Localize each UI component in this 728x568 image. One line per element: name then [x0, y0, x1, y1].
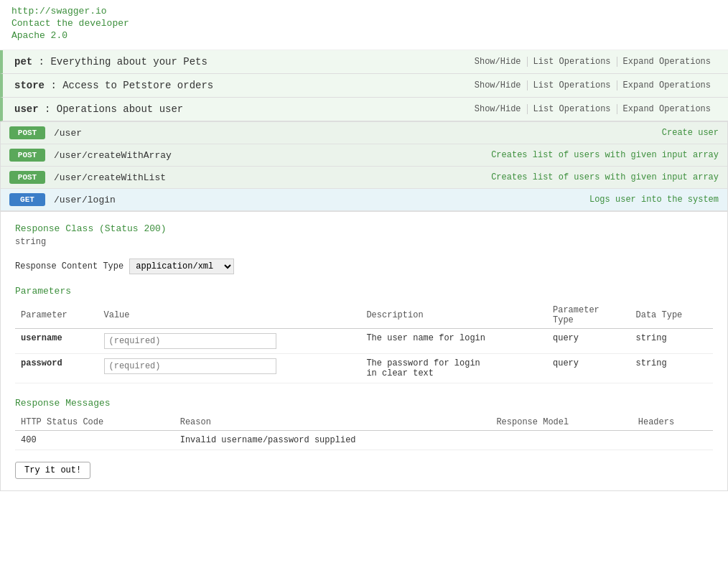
desc-user: Create user [662, 128, 719, 138]
col-headers: Headers [633, 414, 713, 431]
param-datatype-username: string [630, 329, 713, 354]
param-name-username: username [15, 329, 98, 354]
user-expand-operations[interactable]: Expand Operations [617, 104, 717, 114]
operation-post-create-array[interactable]: POST /user/createWithArray Creates list … [1, 144, 727, 167]
col-data-type: Data Type [630, 302, 713, 329]
license-link[interactable]: Apache 2.0 [11, 30, 717, 41]
password-desc-line1: The password for login [366, 358, 480, 368]
pet-section-title: pet : Everything about your Pets [14, 56, 469, 67]
user-list-operations[interactable]: List Operations [527, 104, 617, 114]
user-title-rest: : Operations about user [39, 103, 184, 115]
reason-400: Invalid username/password supplied [174, 431, 491, 450]
param-row-password: password The password for login in clear… [15, 354, 713, 383]
user-show-hide[interactable]: Show/Hide [469, 104, 527, 114]
param-desc-password: The password for login in clear text [360, 354, 547, 383]
pet-expand-operations[interactable]: Expand Operations [617, 57, 717, 67]
get-badge-login: GET [9, 193, 45, 206]
content-type-row: Response Content Type application/xml ap… [15, 259, 713, 274]
path-create-list: /user/createWithList [54, 172, 491, 183]
operation-get-login[interactable]: GET /user/login Logs user into the syste… [1, 189, 727, 211]
col-parameter: Parameter [15, 302, 98, 329]
user-operations-container: POST /user Create user POST /user/create… [0, 121, 728, 212]
operation-post-user[interactable]: POST /user Create user [1, 122, 727, 144]
response-row-400: 400 Invalid username/password supplied [15, 431, 713, 450]
model-400 [490, 431, 632, 450]
headers-400 [633, 431, 713, 450]
pet-title-bold: pet [14, 56, 32, 67]
response-messages-title: Response Messages [15, 398, 713, 409]
desc-create-array: Creates list of users with given input a… [491, 150, 719, 160]
param-type-password: query [547, 354, 630, 383]
user-section-actions: Show/Hide List Operations Expand Operati… [469, 104, 717, 114]
col-description: Description [360, 302, 547, 329]
parameters-title: Parameters [15, 286, 713, 297]
path-create-array: /user/createWithArray [54, 150, 491, 161]
parameters-table: Parameter Value Description ParameterTyp… [15, 302, 713, 383]
store-title-rest: : Access to Petstore orders [45, 80, 213, 91]
expanded-login-section: Response Class (Status 200) string Respo… [0, 212, 728, 491]
user-title-bold: user [14, 103, 39, 115]
pet-section-bar: pet : Everything about your Pets Show/Hi… [0, 50, 728, 74]
desc-login: Logs user into the system [589, 195, 719, 205]
pet-section-actions: Show/Hide List Operations Expand Operati… [469, 57, 717, 67]
col-reason: Reason [174, 414, 491, 431]
store-section-bar: store : Access to Petstore orders Show/H… [0, 74, 728, 98]
top-links: http://swagger.io Contact the developer … [0, 0, 728, 50]
try-it-button[interactable]: Try it out! [15, 462, 90, 479]
pet-title-rest: : Everything about your Pets [32, 56, 207, 67]
post-badge-array: POST [9, 149, 45, 162]
col-param-type: ParameterType [547, 302, 630, 329]
param-desc-username: The user name for login [360, 329, 547, 354]
user-section-bar: user : Operations about user Show/Hide L… [0, 98, 728, 121]
param-row-username: username The user name for login query s… [15, 329, 713, 354]
pet-list-operations[interactable]: List Operations [527, 57, 617, 67]
param-value-password[interactable] [98, 354, 361, 383]
status-400: 400 [15, 431, 174, 450]
store-list-operations[interactable]: List Operations [527, 80, 617, 90]
developer-link[interactable]: Contact the developer [11, 18, 717, 29]
param-type-username: query [547, 329, 630, 354]
content-type-select[interactable]: application/xml application/json [129, 259, 234, 274]
store-expand-operations[interactable]: Expand Operations [617, 80, 717, 90]
param-name-password: password [15, 354, 98, 383]
response-messages-table: HTTP Status Code Reason Response Model H… [15, 414, 713, 450]
post-badge-user: POST [9, 126, 45, 139]
response-class-title: Response Class (Status 200) [15, 223, 713, 234]
col-http-status: HTTP Status Code [15, 414, 174, 431]
param-value-username[interactable] [98, 329, 361, 354]
password-input[interactable] [104, 358, 276, 374]
store-title-bold: store [14, 80, 45, 91]
store-section-title: store : Access to Petstore orders [14, 80, 469, 91]
user-section-title: user : Operations about user [14, 103, 469, 115]
store-section-actions: Show/Hide List Operations Expand Operati… [469, 80, 717, 90]
response-type: string [15, 237, 713, 247]
param-datatype-password: string [630, 354, 713, 383]
col-model: Response Model [490, 414, 632, 431]
pet-show-hide[interactable]: Show/Hide [469, 57, 527, 67]
path-login: /user/login [54, 195, 589, 205]
store-show-hide[interactable]: Show/Hide [469, 80, 527, 90]
password-desc-line2: in clear text [366, 368, 434, 378]
path-user: /user [54, 128, 662, 139]
desc-create-list: Creates list of users with given input a… [491, 172, 719, 182]
col-value: Value [98, 302, 361, 329]
content-type-label: Response Content Type [15, 261, 123, 271]
post-badge-list: POST [9, 171, 45, 184]
username-input[interactable] [104, 333, 276, 349]
operation-post-create-list[interactable]: POST /user/createWithList Creates list o… [1, 167, 727, 189]
swagger-link[interactable]: http://swagger.io [11, 6, 717, 17]
